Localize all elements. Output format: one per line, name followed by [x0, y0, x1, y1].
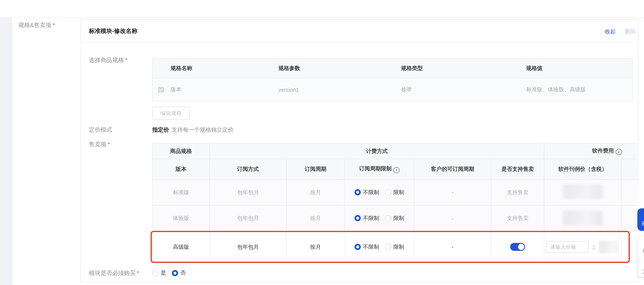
cell-support-toggle	[491, 232, 544, 262]
collapse-link[interactable]: 收起	[605, 28, 616, 35]
headset-icon	[643, 212, 644, 219]
spec-name-cell: 版本	[152, 78, 260, 101]
col-header-cycle-limit: 订阅周期限制i	[345, 159, 414, 179]
radio-unlimited-label: 不限制	[363, 189, 379, 195]
spec-checkbox[interactable]	[158, 87, 164, 92]
group-header-software-fee: 软件费用i	[544, 143, 638, 159]
required-mark: *	[137, 270, 139, 276]
cell-extra	[621, 205, 638, 232]
radio-unlimited[interactable]	[354, 189, 361, 195]
redacted-price	[563, 210, 603, 225]
sale-table: 商品规格 计费方式 软件费用i 版本 订阅方式 订阅周期 订阅周期限制i 客户的…	[152, 143, 638, 263]
cell-customer-cycle: -	[414, 232, 491, 262]
radio-unlimited-label: 不限制	[363, 244, 379, 250]
spec-table-row: 版本 version1 枚举 标准版、体验版、高级版	[152, 78, 632, 101]
info-icon[interactable]: i	[616, 149, 622, 155]
cell-spec: 体验版	[152, 205, 210, 232]
spec-name-text: 版本	[170, 86, 182, 92]
sale-row-premium-highlighted: 高级版 包年包月 按月 不限制限制 - ：	[152, 232, 638, 262]
activity-float-button[interactable]: 动态	[643, 241, 644, 255]
radio-yes[interactable]	[152, 270, 158, 276]
spec-col-values: 规格值	[508, 58, 632, 78]
col-header-version: 版本	[152, 159, 210, 179]
cell-support: 支持售卖	[491, 179, 544, 205]
cell-price-input: ：	[544, 232, 621, 262]
radio-limited[interactable]	[385, 244, 391, 250]
redacted-price	[599, 241, 619, 253]
pricing-mode-value: 指定价支持每一个规格独立定价	[152, 126, 234, 134]
cell-customer-cycle: -	[414, 179, 491, 205]
section-label: 规格&售卖项*	[18, 22, 55, 29]
spec-col-name: 规格名称	[152, 58, 260, 78]
cell-cycle: 按月	[286, 205, 345, 232]
col-header-cycle: 订阅周期	[286, 159, 345, 179]
radio-unlimited[interactable]	[354, 215, 361, 221]
col-header-support-sale: 是否支持售卖	[491, 159, 544, 179]
cell-limit: 不限制限制	[345, 232, 414, 262]
spec-values-cell: 标准版、体验版、高级版	[508, 78, 632, 101]
pricing-mode-selected: 指定价	[152, 127, 169, 133]
radio-limited[interactable]	[385, 189, 391, 195]
spec-col-type: 规格类型	[383, 58, 508, 78]
info-icon[interactable]: i	[393, 167, 400, 173]
check-icon	[159, 87, 163, 91]
cell-mode: 包年包月	[210, 205, 286, 232]
select-spec-label-text: 选择商品规格	[89, 57, 124, 63]
docs-float-button[interactable]: 文档	[643, 261, 644, 275]
radio-yes-label: 是	[160, 269, 166, 277]
must-buy-label: 模块是否必须购买*	[89, 270, 139, 277]
delete-link[interactable]: 删除	[625, 28, 636, 35]
sale-row-trial: 体验版 包年包月 按月 不限制限制 - 支持售卖	[152, 205, 638, 232]
docs-label: 文档	[643, 268, 644, 275]
module-card-title: 标准模块-修改名称	[89, 27, 138, 35]
required-mark: *	[53, 22, 55, 28]
cell-limit: 不限制限制	[345, 205, 414, 232]
radio-limited-label: 限制	[393, 189, 404, 195]
price-colon: ：	[591, 243, 596, 251]
required-mark: *	[108, 141, 110, 148]
radio-limited[interactable]	[385, 215, 391, 221]
cell-spec: 标准版	[152, 179, 210, 205]
cell-spec: 高级版	[152, 232, 210, 262]
col-header-list-price: 软件刊例价（含税）	[544, 159, 621, 179]
cell-price	[544, 179, 621, 205]
radio-limited-label: 限制	[393, 215, 404, 221]
spec-param-cell: version1	[260, 78, 383, 101]
radio-limited-label: 限制	[393, 244, 404, 250]
left-gutter	[0, 17, 12, 285]
radio-no[interactable]	[172, 270, 178, 276]
price-input[interactable]	[546, 241, 588, 253]
group-header-billing: 计费方式	[210, 143, 544, 159]
spec-type-cell: 枚举	[383, 78, 508, 101]
select-spec-label: 选择商品规格*	[89, 57, 128, 64]
top-bar	[0, 0, 644, 18]
radio-unlimited-label: 不限制	[363, 215, 379, 221]
section-label-text: 规格&售卖项	[18, 22, 52, 28]
sale-items-label-text: 售卖项	[89, 141, 106, 148]
software-fee-text: 软件费用	[592, 148, 614, 154]
consult-label: 咨询	[642, 220, 644, 227]
must-buy-options: 是 否	[152, 269, 186, 277]
sale-row-standard: 标准版 包年包月 按月 不限制限制 - 支持售卖	[152, 179, 638, 205]
cell-cycle: 按月	[286, 232, 345, 262]
cell-price	[544, 205, 621, 232]
radio-no-label: 否	[180, 269, 186, 277]
required-mark: *	[125, 57, 128, 63]
radio-unlimited[interactable]	[354, 244, 361, 250]
activity-label: 动态	[643, 248, 644, 255]
cycle-limit-text: 订阅周期限制	[359, 166, 392, 172]
float-divider	[642, 258, 644, 258]
spec-table: 规格名称 规格参数 规格类型 规格值 版本 version1 枚举 标准版、体验…	[152, 58, 633, 101]
toggle-knob	[518, 244, 524, 250]
cell-support: 支持售卖	[491, 205, 544, 232]
sale-items-label: 售卖项*	[89, 141, 110, 148]
consult-float-button[interactable]: 咨询	[637, 208, 644, 231]
cell-mode: 包年包月	[210, 179, 286, 205]
col-header-subscribe-mode: 订阅方式	[210, 159, 286, 179]
col-header-extra	[621, 159, 638, 179]
support-sale-toggle[interactable]	[510, 243, 525, 251]
edit-spec-button[interactable]: 编辑规格	[152, 107, 190, 120]
cell-extra	[621, 179, 638, 205]
pricing-mode-desc: 支持每一个规格独立定价	[172, 127, 234, 133]
must-buy-label-text: 模块是否必须购买	[89, 270, 136, 276]
